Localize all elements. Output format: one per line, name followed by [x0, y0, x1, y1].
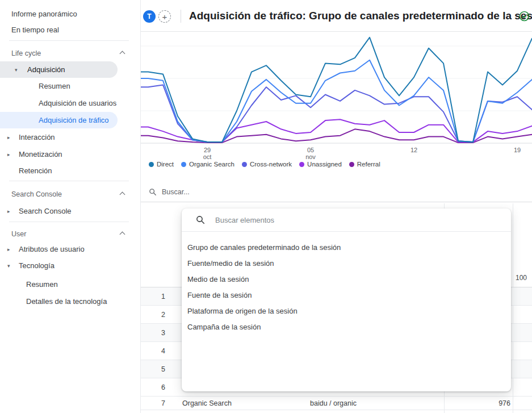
triangle-right-icon: ▸ — [7, 135, 10, 140]
header-divider — [181, 10, 181, 23]
legend-dot — [299, 162, 304, 167]
source-medium-cell: baidu / organic — [310, 397, 357, 410]
dropdown-item-default-channel-group[interactable]: Grupo de canales predeterminado de la se… — [182, 239, 511, 255]
add-comparison-button[interactable]: + — [158, 10, 171, 23]
legend-label: Unassigned — [307, 161, 342, 168]
report-nav-sidebar: Informe panorámico En tiempo real Life c… — [0, 0, 141, 413]
legend-item-referral: Referral — [349, 161, 380, 168]
channel-cell: Organic Search — [182, 397, 232, 410]
row-number: 2 — [145, 306, 182, 323]
sidebar-divider — [9, 40, 129, 41]
chevron-up-icon — [120, 232, 125, 237]
avatar-letter: T — [147, 12, 151, 20]
legend-item-unassigned: Unassigned — [299, 161, 342, 168]
sidebar-item-label: Adquisición de tráfico — [0, 116, 109, 124]
x-axis-tick-label: 12 — [410, 147, 417, 153]
triangle-down-icon: ▾ — [7, 263, 10, 269]
section-label: User — [11, 230, 26, 238]
sidebar-item-traffic-acquisition-active[interactable]: Adquisición de tráfico — [0, 112, 118, 128]
triangle-right-icon: ▸ — [7, 152, 10, 157]
sidebar-item-label: Atributos de usuario — [0, 245, 85, 253]
legend-label: Direct — [157, 161, 174, 168]
sidebar-item-tech-overview[interactable]: Resumen — [0, 276, 140, 293]
row-number: 7 — [145, 397, 182, 410]
sidebar-item-user-acquisition[interactable]: Adquisición de usuarios — [0, 95, 140, 111]
sidebar-item-engagement[interactable]: ▸ Interacción — [0, 129, 140, 145]
x-axis-tick-label: 19 — [514, 147, 521, 153]
sidebar-item-tech[interactable]: ▾ Tecnología — [0, 257, 140, 274]
legend-dot — [349, 162, 354, 167]
sidebar-item-retention[interactable]: Retención — [0, 162, 140, 179]
search-icon — [196, 215, 205, 224]
row-number: 4 — [145, 342, 182, 360]
section-label: Life cycle — [11, 49, 41, 57]
sidebar-item-label: Informe panorámico — [11, 10, 77, 18]
table-header-total: 100 — [516, 274, 527, 282]
dropdown-item-campaign[interactable]: Campaña de la sesión — [182, 319, 511, 335]
sidebar-item-label: Resumen — [39, 82, 70, 90]
sidebar-item-label: En tiempo real — [11, 26, 59, 34]
table-search-input[interactable]: Buscar... — [141, 182, 532, 202]
sidebar-item-realtime[interactable]: En tiempo real — [0, 22, 140, 38]
row-number: 1 — [145, 287, 182, 305]
x-axis-tick-label: 29oct — [203, 147, 212, 160]
triangle-right-icon: ▸ — [7, 208, 10, 214]
table-row[interactable]: 7 Organic Search baidu / organic 976 — [141, 397, 532, 410]
chevron-up-icon — [120, 192, 125, 198]
legend-item-organic-search: Organic Search — [181, 161, 234, 168]
dropdown-item-medium[interactable]: Medio de la sesión — [182, 271, 511, 287]
sessions-cell: 976 — [444, 397, 513, 410]
row-number: 3 — [145, 324, 182, 341]
sidebar-item-label: Detalles de la tecnología — [26, 297, 107, 306]
sidebar-item-monetization[interactable]: ▸ Monetización — [0, 146, 140, 162]
triangle-down-icon: ▾ — [15, 67, 18, 73]
ga4-traffic-acquisition-page: { "sidebar": { "items": [ {"label": "Inf… — [0, 0, 532, 413]
sidebar-divider — [9, 181, 129, 181]
legend-item-direct: Direct — [149, 161, 174, 168]
row-number: 5 — [145, 360, 182, 378]
sidebar-section-user[interactable]: User — [0, 226, 140, 242]
sidebar-item-label: Adquisición — [0, 65, 65, 74]
sidebar-item-acquisition[interactable]: ▾ Adquisición — [0, 61, 118, 78]
sidebar-section-life-cycle[interactable]: Life cycle — [0, 45, 140, 61]
plus-icon: + — [162, 12, 167, 22]
sidebar-item-label: Search Console — [0, 207, 72, 215]
legend-item-cross-network: Cross-network — [242, 161, 292, 168]
sidebar-item-acquisition-overview[interactable]: Resumen — [0, 78, 140, 94]
legend-dot — [181, 162, 186, 167]
sidebar-item-label: Adquisición de usuarios — [39, 99, 116, 107]
sidebar-item-tech-details[interactable]: Detalles de la tecnología — [0, 293, 140, 310]
section-label: Search Console — [11, 190, 62, 198]
line-chart-plot — [141, 33, 532, 145]
dropdown-item-source[interactable]: Fuente de la sesión — [182, 287, 511, 303]
chart-legend: Direct Organic Search Cross-network Unas… — [149, 161, 380, 168]
row-number: 6 — [145, 378, 182, 396]
legend-label: Referral — [357, 161, 380, 168]
data-quality-check-icon[interactable] — [519, 11, 530, 22]
dropdown-item-source-medium[interactable]: Fuente/medio de la sesión — [182, 255, 511, 271]
sidebar-item-search-console[interactable]: ▸ Search Console — [0, 203, 140, 219]
sidebar-divider — [9, 222, 129, 222]
legend-dot — [149, 162, 154, 167]
sidebar-section-search-console[interactable]: Search Console — [0, 186, 140, 202]
search-icon — [149, 188, 157, 196]
page-title: Adquisición de tráfico: Grupo de canales… — [189, 0, 532, 32]
dropdown-search-placeholder: Buscar elementos — [215, 216, 274, 224]
sidebar-item-label: Resumen — [26, 280, 58, 289]
x-axis-tick-label: 05nov — [305, 147, 316, 160]
dimension-picker-dropdown: Buscar elementos Grupo de canales predet… — [182, 208, 511, 391]
report-header: T + Adquisición de tráfico: Grupo de can… — [141, 0, 532, 32]
check-circle-icon — [519, 11, 530, 22]
legend-label: Organic Search — [189, 161, 234, 168]
sessions-over-time-chart: 29oct05nov1219 — [141, 32, 532, 172]
dropdown-item-source-platform[interactable]: Plataforma de origen de la sesión — [182, 303, 511, 319]
sidebar-item-user-attributes[interactable]: ▸ Atributos de usuario — [0, 241, 140, 257]
sidebar-item-label: Retención — [19, 166, 52, 175]
legend-label: Cross-network — [250, 161, 292, 168]
comparison-chip-avatar[interactable]: T — [143, 10, 156, 23]
search-placeholder: Buscar... — [162, 188, 190, 196]
chevron-up-icon — [120, 51, 125, 57]
legend-dot — [242, 162, 247, 167]
dropdown-search-input[interactable]: Buscar elementos — [182, 208, 511, 232]
sidebar-item-snapshot[interactable]: Informe panorámico — [0, 6, 140, 22]
